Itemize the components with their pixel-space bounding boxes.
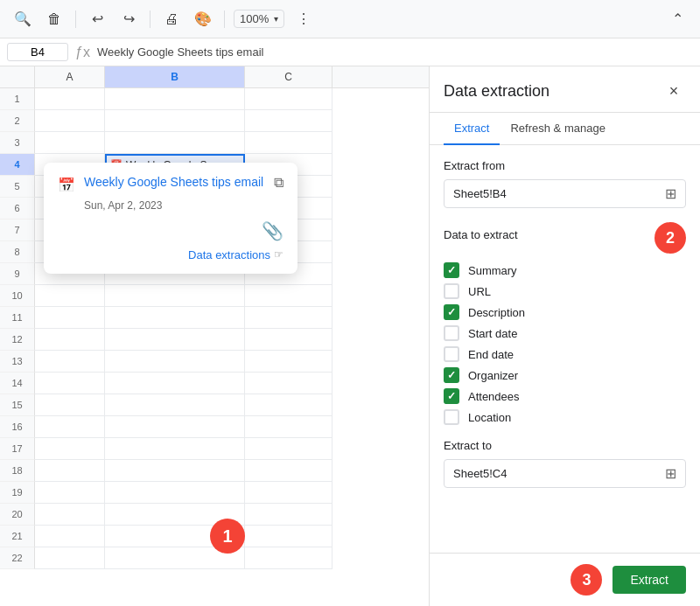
table-row: 3 [0, 132, 429, 154]
right-panel: Data extraction × Extract Refresh & mana… [429, 66, 700, 606]
table-row: 20 [0, 504, 429, 526]
cell-a2[interactable] [35, 110, 105, 132]
cell-c2[interactable] [245, 110, 332, 132]
cell-a1[interactable] [35, 88, 105, 110]
more-vert-icon[interactable]: ⋮ [291, 7, 316, 31]
grid-icon: ⊞ [665, 185, 676, 202]
row-num-header [0, 66, 35, 87]
cell-a3[interactable] [35, 132, 105, 154]
checkbox-summary[interactable]: ✓ [444, 262, 459, 278]
print-icon[interactable]: 🖨 [159, 7, 184, 31]
list-item: URL [444, 283, 686, 299]
zoom-value: 100% [240, 12, 269, 25]
table-row: 17 [0, 438, 429, 460]
cell-b2[interactable] [105, 110, 245, 132]
table-row: 15 [0, 394, 429, 416]
checkbox-list: ✓ Summary URL ✓ Description Start date [444, 262, 686, 425]
checkbox-end-date[interactable] [444, 346, 459, 362]
spreadsheet: A B C 1 2 3 [0, 66, 429, 606]
grid-icon-2: ⊞ [665, 465, 676, 482]
checkbox-organizer-label: Organizer [468, 369, 518, 382]
table-row: 2 [0, 110, 429, 132]
checkbox-summary-label: Summary [468, 264, 517, 277]
checkbox-description-label: Description [468, 306, 525, 319]
checkbox-location-label: Location [468, 411, 511, 424]
popup-title: Weekly Google Sheets tips email [84, 175, 265, 189]
cell-b1[interactable] [105, 88, 245, 110]
panel-body: Extract from Sheet5!B4 ⊞ Data to extract… [430, 145, 700, 553]
data-to-extract-header: Data to extract 2 [444, 222, 686, 254]
table-row: 14 [0, 373, 429, 394]
toolbar: 🔍 🗑 ↩ ↪ 🖨 🎨 100% ▾ ⋮ ⌃ [0, 0, 700, 38]
col-header-a[interactable]: A [35, 66, 105, 87]
checkmark-attendees: ✓ [447, 390, 456, 402]
extract-to-input[interactable]: Sheet5!C4 ⊞ [444, 459, 686, 488]
checkbox-attendees-label: Attendees [468, 390, 520, 403]
row-num: 3 [0, 132, 35, 154]
checkbox-url[interactable] [444, 283, 459, 299]
extract-button[interactable]: Extract [612, 566, 686, 594]
col-header-b[interactable]: B [105, 66, 245, 87]
cursor-icon: ☞ [274, 248, 284, 261]
formula-content: Weekly Google Sheets tips email [97, 45, 693, 59]
cell-b3[interactable] [105, 132, 245, 154]
step-badge-2: 2 [654, 222, 686, 254]
col-header-c[interactable]: C [245, 66, 332, 87]
extract-to-label: Extract to [444, 439, 686, 452]
checkbox-organizer[interactable]: ✓ [444, 367, 459, 383]
extract-from-input[interactable]: Sheet5!B4 ⊞ [444, 179, 686, 208]
checkbox-location[interactable] [444, 409, 459, 425]
panel-title: Data extraction [444, 82, 550, 101]
table-row: 18 [0, 460, 429, 482]
list-item: ✓ Description [444, 304, 686, 320]
copy-icon[interactable]: ⧉ [274, 175, 284, 191]
undo-icon[interactable]: ↩ [85, 7, 109, 31]
checkbox-description[interactable]: ✓ [444, 304, 459, 320]
checkmark-summary: ✓ [447, 264, 456, 276]
close-button[interactable]: × [662, 79, 686, 103]
data-extractions-link[interactable]: Data extractions [188, 248, 270, 261]
calendar-icon: 📅 [58, 177, 75, 194]
list-item: ✓ Attendees [444, 388, 686, 404]
popup-date: Sun, Apr 2, 2023 [84, 199, 284, 212]
table-row: 19 [0, 482, 429, 504]
checkbox-attendees[interactable]: ✓ [444, 388, 459, 404]
extract-to-value: Sheet5!C4 [453, 467, 665, 480]
delete-icon[interactable]: 🗑 [42, 7, 66, 31]
panel-header: Data extraction × [430, 66, 700, 113]
zoom-chevron: ▾ [274, 14, 278, 24]
cell-c1[interactable] [245, 88, 332, 110]
table-row: 10 [0, 285, 429, 307]
paint-format-icon[interactable]: 🎨 [191, 7, 215, 31]
tab-extract[interactable]: Extract [444, 113, 500, 145]
cell-reference[interactable]: B4 [7, 43, 68, 61]
table-row: 11 [0, 307, 429, 329]
paperclip-icon: 📎 [262, 220, 284, 241]
table-row: 13 [0, 351, 429, 373]
extract-from-value: Sheet5!B4 [453, 187, 665, 200]
row-num: 4 [0, 154, 35, 176]
list-item: End date [444, 346, 686, 362]
cell-c3[interactable] [245, 132, 332, 154]
search-icon[interactable]: 🔍 [10, 7, 35, 31]
checkbox-start-date-label: Start date [468, 327, 517, 340]
separator-3 [224, 10, 225, 28]
list-item: Start date [444, 325, 686, 341]
collapse-icon[interactable]: ⌃ [665, 7, 690, 31]
tab-refresh-manage[interactable]: Refresh & manage [500, 113, 615, 145]
data-to-extract-label: Data to extract [444, 228, 518, 241]
table-row: 22 [0, 547, 429, 569]
row-num: 1 [0, 88, 35, 110]
step-badge-1: 1 [210, 519, 245, 554]
checkbox-start-date[interactable] [444, 325, 459, 341]
checkmark-description: ✓ [447, 306, 456, 318]
redo-icon[interactable]: ↪ [116, 7, 141, 31]
popup-header: 📅 Weekly Google Sheets tips email ⧉ [58, 175, 284, 194]
list-item: Location [444, 409, 686, 425]
table-row: 16 [0, 416, 429, 438]
row-num: 2 [0, 110, 35, 132]
zoom-control[interactable]: 100% ▾ [234, 10, 284, 28]
checkmark-organizer: ✓ [447, 369, 456, 381]
table-row: 12 [0, 329, 429, 351]
formula-bar: B4 ƒx Weekly Google Sheets tips email [0, 38, 700, 66]
